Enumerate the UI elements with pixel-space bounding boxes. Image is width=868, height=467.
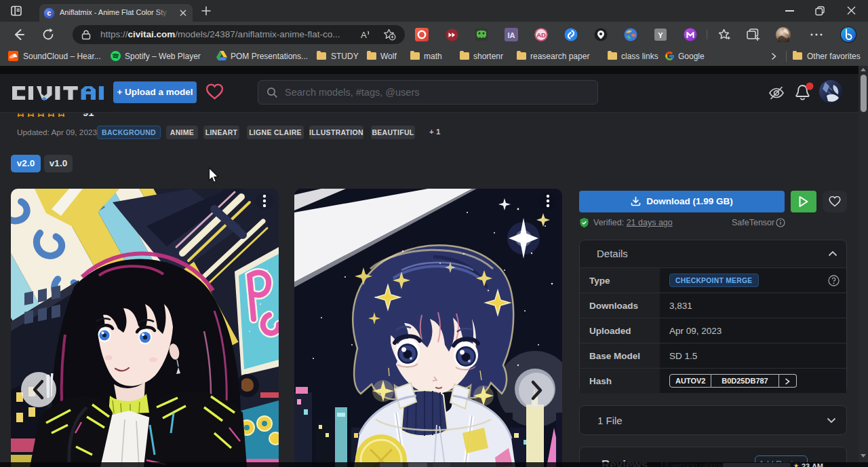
svg-text:Y: Y [658,31,663,39]
svg-text:c: c [47,10,52,17]
svg-text:AD: AD [536,31,546,39]
svg-text:IA: IA [508,31,515,39]
svg-text:A: A [361,30,367,40]
